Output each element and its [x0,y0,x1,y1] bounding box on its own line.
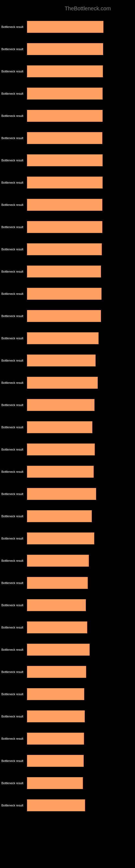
bar-value-label: 63.7% [95,425,104,429]
chart-row: Bottleneck result63.7% [0,416,135,438]
row-label: Bottleneck result [1,48,23,51]
bar-track: 63.2% [27,505,135,527]
bar-track: 73.7% [27,172,135,194]
bar-track: 56.6% [27,794,135,816]
bar: 55.5% [27,733,84,745]
row-label: Bottleneck result [1,492,23,496]
row-label-area: Bottleneck result [0,559,27,562]
bar-value-label: 57.4% [89,603,98,607]
chart-row: Bottleneck result73.7% [0,83,135,105]
chart-row: Bottleneck result55.5% [0,727,135,750]
row-label-area: Bottleneck result [0,292,27,296]
bar-value-label: 65.9% [97,403,106,407]
chart-row: Bottleneck result68.9% [0,372,135,394]
bar-track: 61.1% [27,639,135,661]
chart-row: Bottleneck result55.2% [0,750,135,772]
bar: 63.2% [27,510,92,522]
bar: 72.9% [27,243,102,255]
row-label: Bottleneck result [1,181,23,184]
row-label-area: Bottleneck result [0,581,27,585]
bar: 60.2% [27,555,89,567]
bar: 73.7% [27,154,103,166]
bar: 55.2% [27,755,84,767]
chart-row: Bottleneck result72.2% [0,305,135,327]
bar-value-label: 56.6% [88,803,97,807]
row-label-area: Bottleneck result [0,225,27,229]
bar: 72.5% [27,288,101,300]
bar: 66% [27,443,95,456]
row-label-area: Bottleneck result [0,114,27,118]
chart-row: Bottleneck result72.9% [0,238,135,260]
row-label: Bottleneck result [1,270,23,273]
row-label: Bottleneck result [1,337,23,340]
bar: 72.2% [27,310,101,322]
row-label: Bottleneck result [1,626,23,629]
bar-value-label: 72.5% [104,292,113,296]
chart-row: Bottleneck result65.5% [0,527,135,550]
row-label-area: Bottleneck result [0,492,27,496]
bar: 73.7% [27,177,103,188]
bar-track: 69.8% [27,327,135,349]
row-label: Bottleneck result [1,25,23,29]
bar-value-label: 73.8% [105,114,115,118]
row-label-area: Bottleneck result [0,715,27,718]
bar-value-label: 69.8% [101,336,110,340]
bar-track: 55.8% [27,683,135,705]
row-label: Bottleneck result [1,470,23,473]
row-label: Bottleneck result [1,581,23,585]
bar: 73.4% [27,132,102,144]
bar: 65.9% [27,399,94,411]
row-label-area: Bottleneck result [0,470,27,473]
chart-row: Bottleneck result69.8% [0,327,135,349]
bottleneck-chart: Bottleneck result74.4%Bottleneck result7… [0,16,135,816]
bar-track: 68.9% [27,372,135,394]
bar: 74.2% [27,43,103,55]
chart-row: Bottleneck result66.8% [0,349,135,372]
row-label: Bottleneck result [1,225,23,229]
row-label-area: Bottleneck result [0,403,27,407]
bar-value-label: 57.5% [89,670,98,674]
bar: 56.6% [27,799,85,811]
bar-value-label: 55.5% [87,737,96,741]
row-label: Bottleneck result [1,381,23,384]
bar-value-label: 72.2% [104,314,113,318]
bar-track: 73.8% [27,105,135,127]
chart-row: Bottleneck result56.4% [0,705,135,727]
bar: 57.4% [27,599,86,611]
bar-value-label: 60.2% [92,559,101,563]
bar-value-label: 66% [100,447,107,452]
bar-value-label: 73.4% [105,136,114,140]
chart-row: Bottleneck result54.6% [0,772,135,794]
row-label: Bottleneck result [1,559,23,562]
row-label-area: Bottleneck result [0,337,27,340]
bar-value-label: 61.1% [92,648,101,652]
chart-row: Bottleneck result73.4% [0,127,135,149]
bar: 63.7% [27,421,92,433]
bar: 56.4% [27,710,85,722]
bar-value-label: 73.9% [105,69,115,73]
bar-value-label: 65.5% [97,536,106,540]
chart-row: Bottleneck result73.3% [0,216,135,238]
chart-row: Bottleneck result74.2% [0,38,135,60]
chart-row: Bottleneck result72.2% [0,260,135,283]
row-label-area: Bottleneck result [0,181,27,184]
bar: 74.4% [27,21,103,33]
bar: 65.5% [27,532,94,545]
row-label: Bottleneck result [1,314,23,318]
bar: 59.3% [27,577,88,589]
bar-track: 66.8% [27,349,135,372]
bar-value-label: 73.4% [105,203,114,207]
row-label: Bottleneck result [1,248,23,251]
row-label: Bottleneck result [1,670,23,674]
row-label: Bottleneck result [1,648,23,651]
row-label: Bottleneck result [1,603,23,607]
bar: 73.7% [27,88,103,99]
chart-row: Bottleneck result73.9% [0,60,135,83]
row-label: Bottleneck result [1,448,23,451]
bar-track: 57.4% [27,594,135,616]
row-label-area: Bottleneck result [0,648,27,651]
bar-track: 65.5% [27,527,135,550]
row-label: Bottleneck result [1,136,23,140]
chart-row: Bottleneck result59.3% [0,572,135,594]
bar-track: 57.5% [27,661,135,683]
